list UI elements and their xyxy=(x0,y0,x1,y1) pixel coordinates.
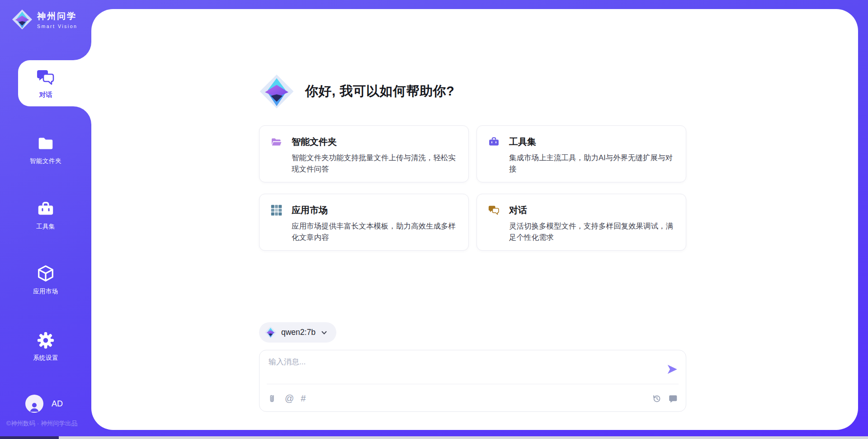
model-selector[interactable]: qwen2:7b xyxy=(259,322,336,343)
chat-bubbles-icon xyxy=(36,67,56,87)
card-description: 应用市场提供丰富长文本模板，助力高效生成多样化文章内容 xyxy=(292,220,457,243)
brand-text: 神州问学 Smart Vision xyxy=(37,10,77,29)
hash-icon[interactable]: # xyxy=(301,394,306,403)
card-toolset[interactable]: 工具集 集成市场上主流工具，助力AI与外界无缝扩展与对接 xyxy=(476,125,686,182)
cube-icon xyxy=(36,264,55,283)
active-tab-bottom-fillet xyxy=(73,106,91,124)
sidebar-item-settings[interactable]: 系统设置 xyxy=(0,331,91,362)
model-name: qwen2:7b xyxy=(281,328,316,337)
sidebar-item-label: 工具集 xyxy=(36,223,55,231)
card-description: 智能文件夹功能支持批量文件上传与清洗，轻松实现文件问答 xyxy=(292,152,457,175)
card-description: 灵活切换多模型文件，支持多样回复效果调试，满足个性化需求 xyxy=(509,220,674,243)
gear-icon xyxy=(36,331,55,350)
horizontal-scrollbar xyxy=(0,436,868,439)
app-window: 神州问学 Smart Vision 对话 智能文件夹 工具集 应用市场 系统设置… xyxy=(0,0,868,439)
brand: 神州问学 Smart Vision xyxy=(12,9,77,30)
history-icon[interactable] xyxy=(652,394,661,403)
feature-cards: 智能文件夹 智能文件夹功能支持批量文件上传与清洗，轻松实现文件问答 工具集 集成… xyxy=(259,125,686,251)
greeting-title: 你好, 我可以如何帮助你? xyxy=(305,82,454,100)
card-description: 集成市场上主流工具，助力AI与外界无缝扩展与对接 xyxy=(509,152,674,175)
sidebar-item-label: 智能文件夹 xyxy=(30,157,61,165)
message-composer: @ # xyxy=(259,350,686,412)
user-name: AD xyxy=(52,399,63,409)
sidebar-item-label: 应用市场 xyxy=(33,287,58,296)
sidebar-item-label: 对话 xyxy=(39,91,52,99)
sidebar-item-label: 系统设置 xyxy=(33,354,58,362)
user-icon xyxy=(28,401,40,413)
brand-logo-icon xyxy=(12,9,33,30)
card-title: 智能文件夹 xyxy=(292,136,337,148)
composer-divider xyxy=(267,384,679,384)
card-smart-folder[interactable]: 智能文件夹 智能文件夹功能支持批量文件上传与清洗，轻松实现文件问答 xyxy=(259,125,469,182)
user-account[interactable]: AD xyxy=(25,395,63,413)
chat-bubbles-icon xyxy=(488,204,500,216)
brand-subtitle: Smart Vision xyxy=(37,24,77,29)
paperclip-icon[interactable] xyxy=(269,394,278,403)
avatar[interactable] xyxy=(25,395,43,413)
greeting: 你好, 我可以如何帮助你? xyxy=(259,74,454,109)
horizontal-scrollbar-thumb[interactable] xyxy=(0,436,59,439)
sidebar-item-app-market[interactable]: 应用市场 xyxy=(0,264,91,296)
message-input[interactable] xyxy=(269,357,653,382)
at-mention-icon[interactable]: @ xyxy=(285,394,294,403)
message-icon[interactable] xyxy=(668,394,678,403)
sidebar-item-toolset[interactable]: 工具集 xyxy=(0,200,91,231)
card-title: 工具集 xyxy=(509,136,536,148)
send-icon xyxy=(666,363,679,376)
active-tab-top-fillet xyxy=(73,42,91,60)
sidebar-item-chat[interactable]: 对话 xyxy=(18,60,95,106)
chevron-down-icon xyxy=(320,329,328,337)
send-button[interactable] xyxy=(666,363,679,376)
folder-icon xyxy=(36,134,55,153)
main-panel: 你好, 我可以如何帮助你? 智能文件夹 智能文件夹功能支持批量文件上传与清洗，轻… xyxy=(91,9,858,430)
briefcase-icon xyxy=(488,136,500,148)
grid-icon xyxy=(270,204,283,216)
sidebar-item-smart-folder[interactable]: 智能文件夹 xyxy=(0,134,91,165)
brand-title: 神州问学 xyxy=(37,10,77,22)
card-title: 对话 xyxy=(509,204,527,216)
card-chat[interactable]: 对话 灵活切换多模型文件，支持多样回复效果调试，满足个性化需求 xyxy=(476,194,686,251)
briefcase-icon xyxy=(36,200,55,219)
assistant-logo-icon xyxy=(259,74,294,109)
card-title: 应用市场 xyxy=(292,204,328,216)
model-logo-icon xyxy=(264,326,277,339)
folder-open-icon xyxy=(270,136,283,148)
copyright-footer: ©神州数码 · 神州问学出品 xyxy=(6,420,77,428)
card-app-market[interactable]: 应用市场 应用市场提供丰富长文本模板，助力高效生成多样化文章内容 xyxy=(259,194,469,251)
composer-toolbar: @ # xyxy=(269,389,678,407)
